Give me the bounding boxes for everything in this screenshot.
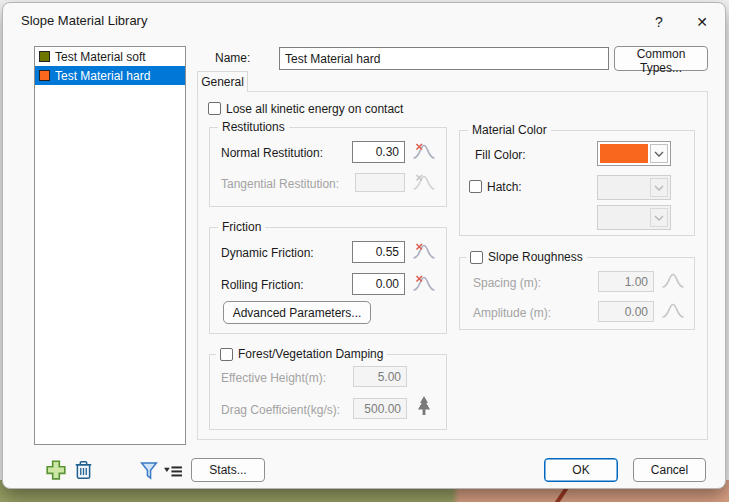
fill-color-swatch: [600, 144, 648, 163]
lose-energy-label: Lose all kinetic energy on contact: [226, 102, 403, 116]
rolling-friction-label: Rolling Friction:: [221, 278, 304, 292]
normal-restitution-input[interactable]: [352, 141, 405, 163]
dialog-title: Slope Material Library: [21, 13, 147, 28]
name-input[interactable]: [279, 47, 609, 70]
name-label: Name:: [215, 51, 250, 65]
normal-restitution-label: Normal Restitution:: [221, 146, 323, 160]
distribution-icon[interactable]: [412, 274, 436, 292]
tangential-restitution-input: [355, 173, 405, 192]
distribution-icon[interactable]: [412, 142, 436, 160]
common-types-button[interactable]: Common Types...: [614, 46, 708, 71]
hatch-checkbox[interactable]: [469, 180, 482, 193]
delete-material-icon[interactable]: [74, 459, 93, 481]
cancel-button[interactable]: Cancel: [633, 458, 706, 482]
help-button[interactable]: ?: [644, 9, 674, 35]
lose-energy-checkbox[interactable]: [208, 102, 221, 115]
tree-icon: [416, 395, 432, 416]
view-menu-icon[interactable]: [163, 465, 183, 478]
amplitude-input: [598, 301, 654, 322]
add-material-icon[interactable]: [45, 459, 67, 481]
material-list: Test Material soft Test Material hard: [34, 46, 186, 445]
forest-damping-group: Forest/Vegetation Damping: [209, 354, 447, 430]
slope-roughness-checkbox[interactable]: [470, 251, 483, 264]
hatch-pattern-combo: [597, 175, 671, 200]
slope-roughness-label: Slope Roughness: [488, 250, 583, 264]
drag-coefficient-label: Drag Coefficient(kg/s):: [221, 403, 340, 417]
ok-button[interactable]: OK: [544, 458, 618, 482]
hatch-color-swatch: [600, 208, 648, 227]
fill-color-combo[interactable]: [597, 141, 671, 166]
dynamic-friction-input[interactable]: [352, 241, 405, 263]
material-color-group-title: Material Color: [468, 123, 551, 138]
material-list-item-label: Test Material soft: [55, 50, 146, 64]
material-list-item-label: Test Material hard: [55, 69, 150, 83]
chevron-down-icon: [650, 208, 668, 227]
advanced-parameters-button[interactable]: Advanced Parameters...: [223, 301, 371, 324]
chevron-down-icon: [650, 144, 668, 163]
material-color-swatch: [39, 70, 50, 81]
restitutions-group-title: Restitutions: [218, 120, 289, 135]
material-list-item[interactable]: Test Material soft: [35, 47, 185, 66]
forest-damping-label: Forest/Vegetation Damping: [238, 347, 383, 361]
curve-icon-disabled: [661, 301, 685, 319]
restitutions-group: Restitutions: [209, 127, 447, 207]
dynamic-friction-label: Dynamic Friction:: [221, 246, 314, 260]
screen: Slope Material Library ? ✕ Test Material…: [0, 0, 729, 502]
material-color-swatch: [39, 51, 50, 62]
help-icon: ?: [655, 14, 663, 30]
spacing-input: [598, 271, 654, 292]
rolling-friction-input[interactable]: [352, 273, 405, 295]
drag-coefficient-input: [353, 398, 407, 419]
amplitude-label: Amplitude (m):: [473, 306, 551, 320]
friction-group-title: Friction: [218, 220, 265, 235]
hatch-label: Hatch:: [487, 180, 522, 194]
tangential-restitution-label: Tangential Restitution:: [221, 177, 339, 191]
curve-icon-disabled: [661, 271, 685, 289]
effective-height-label: Effective Height(m):: [221, 371, 326, 385]
close-button[interactable]: ✕: [687, 9, 717, 35]
hatch-pattern-swatch: [600, 178, 648, 197]
slope-roughness-title: Slope Roughness: [466, 250, 587, 264]
forest-damping-title: Forest/Vegetation Damping: [216, 347, 387, 361]
hatch-color-combo: [597, 205, 671, 230]
slope-material-library-dialog: Slope Material Library ? ✕ Test Material…: [2, 2, 726, 489]
chevron-down-icon: [650, 178, 668, 197]
filter-icon[interactable]: [140, 461, 158, 480]
stats-button[interactable]: Stats...: [191, 458, 265, 482]
material-list-item-selected[interactable]: Test Material hard: [35, 66, 185, 85]
effective-height-input: [353, 366, 407, 387]
distribution-icon-disabled: [412, 173, 436, 191]
spacing-label: Spacing (m):: [473, 276, 541, 290]
forest-damping-checkbox[interactable]: [220, 348, 233, 361]
close-icon: ✕: [696, 14, 708, 30]
tab-general[interactable]: General: [197, 71, 248, 92]
distribution-icon[interactable]: [412, 242, 436, 260]
fill-color-label: Fill Color:: [475, 148, 526, 162]
